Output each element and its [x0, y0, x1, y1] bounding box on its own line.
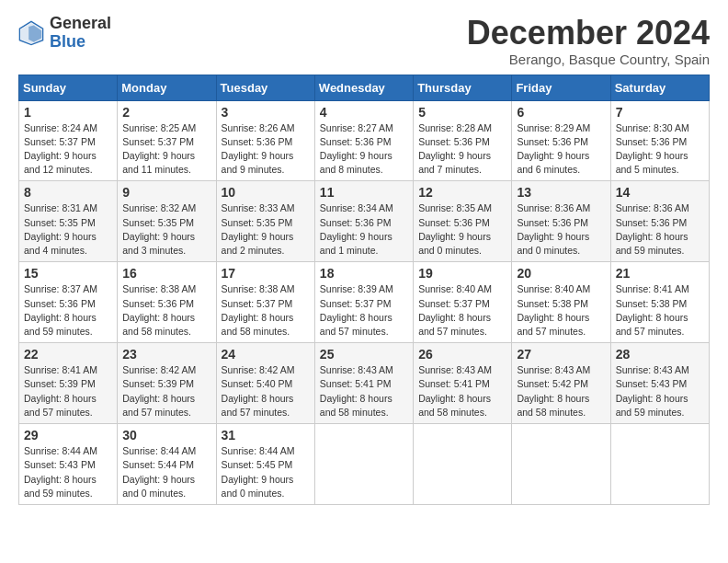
day-number: 31	[222, 428, 310, 442]
calendar-cell: 25 Sunrise: 8:43 AMSunset: 5:41 PMDaylig…	[314, 343, 413, 424]
day-info: Sunrise: 8:33 AMSunset: 5:35 PMDaylight:…	[222, 201, 310, 258]
calendar-cell: 4 Sunrise: 8:27 AMSunset: 5:36 PMDayligh…	[314, 100, 413, 181]
calendar-cell: 6 Sunrise: 8:29 AMSunset: 5:36 PMDayligh…	[512, 100, 610, 181]
day-number: 7	[616, 105, 704, 120]
day-info: Sunrise: 8:36 AMSunset: 5:36 PMDaylight:…	[517, 201, 605, 258]
calendar-cell: 24 Sunrise: 8:42 AMSunset: 5:40 PMDaylig…	[216, 343, 314, 424]
title-area: December 2024 Berango, Basque Country, S…	[467, 15, 710, 67]
calendar-cell: 12 Sunrise: 8:35 AMSunset: 5:36 PMDaylig…	[414, 181, 512, 262]
day-number: 14	[616, 185, 704, 200]
calendar-cell: 11 Sunrise: 8:34 AMSunset: 5:36 PMDaylig…	[314, 181, 413, 262]
day-info: Sunrise: 8:38 AMSunset: 5:37 PMDaylight:…	[222, 282, 310, 339]
logo-text: General Blue	[50, 15, 111, 52]
calendar-week-row: 29 Sunrise: 8:44 AMSunset: 5:43 PMDaylig…	[19, 424, 710, 505]
day-info: Sunrise: 8:43 AMSunset: 5:41 PMDaylight:…	[418, 363, 506, 419]
logo: General Blue	[18, 15, 111, 52]
calendar-cell: 8 Sunrise: 8:31 AMSunset: 5:35 PMDayligh…	[19, 181, 118, 262]
calendar-cell: 30 Sunrise: 8:44 AMSunset: 5:44 PMDaylig…	[118, 424, 216, 505]
day-info: Sunrise: 8:35 AMSunset: 5:36 PMDaylight:…	[418, 201, 506, 258]
calendar-cell: 9 Sunrise: 8:32 AMSunset: 5:35 PMDayligh…	[118, 181, 216, 262]
day-info: Sunrise: 8:43 AMSunset: 5:43 PMDaylight:…	[616, 363, 704, 419]
logo-blue-text: Blue	[50, 33, 111, 52]
day-info: Sunrise: 8:44 AMSunset: 5:45 PMDaylight:…	[222, 444, 310, 500]
day-number: 8	[24, 185, 112, 200]
day-info: Sunrise: 8:25 AMSunset: 5:37 PMDaylight:…	[122, 121, 210, 178]
calendar-week-row: 15 Sunrise: 8:37 AMSunset: 5:36 PMDaylig…	[19, 262, 710, 343]
day-info: Sunrise: 8:41 AMSunset: 5:39 PMDaylight:…	[24, 363, 112, 419]
calendar-cell: 19 Sunrise: 8:40 AMSunset: 5:37 PMDaylig…	[414, 262, 512, 343]
calendar-day-header: Wednesday	[314, 75, 413, 100]
calendar-cell: 13 Sunrise: 8:36 AMSunset: 5:36 PMDaylig…	[512, 181, 610, 262]
day-number: 2	[122, 105, 210, 120]
calendar-cell: 26 Sunrise: 8:43 AMSunset: 5:41 PMDaylig…	[414, 343, 512, 424]
day-info: Sunrise: 8:41 AMSunset: 5:38 PMDaylight:…	[616, 282, 704, 339]
day-number: 22	[24, 347, 112, 362]
calendar-cell: 28 Sunrise: 8:43 AMSunset: 5:43 PMDaylig…	[610, 343, 709, 424]
day-number: 29	[24, 428, 112, 442]
calendar-cell: 22 Sunrise: 8:41 AMSunset: 5:39 PMDaylig…	[19, 343, 118, 424]
day-info: Sunrise: 8:30 AMSunset: 5:36 PMDaylight:…	[616, 121, 704, 178]
calendar-day-header: Monday	[118, 75, 216, 100]
day-info: Sunrise: 8:32 AMSunset: 5:35 PMDaylight:…	[122, 201, 210, 258]
calendar-day-header: Saturday	[610, 75, 709, 100]
day-number: 21	[616, 266, 704, 281]
day-number: 17	[222, 266, 310, 281]
day-number: 27	[517, 347, 605, 362]
day-number: 23	[122, 347, 210, 362]
calendar: SundayMondayTuesdayWednesdayThursdayFrid…	[18, 75, 710, 505]
calendar-cell: 29 Sunrise: 8:44 AMSunset: 5:43 PMDaylig…	[19, 424, 118, 505]
day-number: 4	[320, 105, 408, 120]
day-info: Sunrise: 8:28 AMSunset: 5:36 PMDaylight:…	[418, 121, 506, 178]
calendar-week-row: 8 Sunrise: 8:31 AMSunset: 5:35 PMDayligh…	[19, 181, 710, 262]
calendar-cell: 17 Sunrise: 8:38 AMSunset: 5:37 PMDaylig…	[216, 262, 314, 343]
day-info: Sunrise: 8:40 AMSunset: 5:37 PMDaylight:…	[418, 282, 506, 339]
day-info: Sunrise: 8:38 AMSunset: 5:36 PMDaylight:…	[122, 282, 210, 339]
day-info: Sunrise: 8:42 AMSunset: 5:39 PMDaylight:…	[122, 363, 210, 419]
day-info: Sunrise: 8:42 AMSunset: 5:40 PMDaylight:…	[222, 363, 310, 419]
calendar-cell: 2 Sunrise: 8:25 AMSunset: 5:37 PMDayligh…	[118, 100, 216, 181]
calendar-cell: 14 Sunrise: 8:36 AMSunset: 5:36 PMDaylig…	[610, 181, 709, 262]
day-info: Sunrise: 8:44 AMSunset: 5:44 PMDaylight:…	[122, 444, 210, 500]
day-number: 13	[517, 185, 605, 200]
day-info: Sunrise: 8:26 AMSunset: 5:36 PMDaylight:…	[222, 121, 310, 178]
calendar-week-row: 1 Sunrise: 8:24 AMSunset: 5:37 PMDayligh…	[19, 100, 710, 181]
day-number: 16	[122, 266, 210, 281]
header-row: SundayMondayTuesdayWednesdayThursdayFrid…	[19, 75, 710, 100]
calendar-day-header: Tuesday	[216, 75, 314, 100]
calendar-cell: 5 Sunrise: 8:28 AMSunset: 5:36 PMDayligh…	[414, 100, 512, 181]
day-number: 28	[616, 347, 704, 362]
day-info: Sunrise: 8:43 AMSunset: 5:41 PMDaylight:…	[320, 363, 408, 419]
day-number: 15	[24, 266, 112, 281]
day-number: 30	[122, 428, 210, 442]
day-info: Sunrise: 8:31 AMSunset: 5:35 PMDaylight:…	[24, 201, 112, 258]
day-info: Sunrise: 8:27 AMSunset: 5:36 PMDaylight:…	[320, 121, 408, 178]
calendar-day-header: Sunday	[19, 75, 118, 100]
day-info: Sunrise: 8:39 AMSunset: 5:37 PMDaylight:…	[320, 282, 408, 339]
calendar-cell: 3 Sunrise: 8:26 AMSunset: 5:36 PMDayligh…	[216, 100, 314, 181]
calendar-body: 1 Sunrise: 8:24 AMSunset: 5:37 PMDayligh…	[19, 100, 710, 504]
calendar-cell: 16 Sunrise: 8:38 AMSunset: 5:36 PMDaylig…	[118, 262, 216, 343]
day-number: 1	[24, 105, 112, 120]
day-info: Sunrise: 8:43 AMSunset: 5:42 PMDaylight:…	[517, 363, 605, 419]
calendar-cell	[512, 424, 610, 505]
calendar-header: SundayMondayTuesdayWednesdayThursdayFrid…	[19, 75, 710, 100]
calendar-week-row: 22 Sunrise: 8:41 AMSunset: 5:39 PMDaylig…	[19, 343, 710, 424]
day-info: Sunrise: 8:29 AMSunset: 5:36 PMDaylight:…	[517, 121, 605, 178]
calendar-cell: 10 Sunrise: 8:33 AMSunset: 5:35 PMDaylig…	[216, 181, 314, 262]
logo-icon	[18, 20, 44, 46]
calendar-cell: 27 Sunrise: 8:43 AMSunset: 5:42 PMDaylig…	[512, 343, 610, 424]
day-number: 12	[418, 185, 506, 200]
day-number: 9	[122, 185, 210, 200]
day-number: 3	[222, 105, 310, 120]
location-subtitle: Berango, Basque Country, Spain	[467, 52, 710, 67]
calendar-day-header: Friday	[512, 75, 610, 100]
day-number: 5	[418, 105, 506, 120]
day-number: 24	[222, 347, 310, 362]
calendar-cell: 20 Sunrise: 8:40 AMSunset: 5:38 PMDaylig…	[512, 262, 610, 343]
day-number: 6	[517, 105, 605, 120]
calendar-cell: 7 Sunrise: 8:30 AMSunset: 5:36 PMDayligh…	[610, 100, 709, 181]
header: General Blue December 2024 Berango, Basq…	[18, 15, 710, 67]
calendar-cell	[414, 424, 512, 505]
calendar-day-header: Thursday	[414, 75, 512, 100]
calendar-cell	[610, 424, 709, 505]
